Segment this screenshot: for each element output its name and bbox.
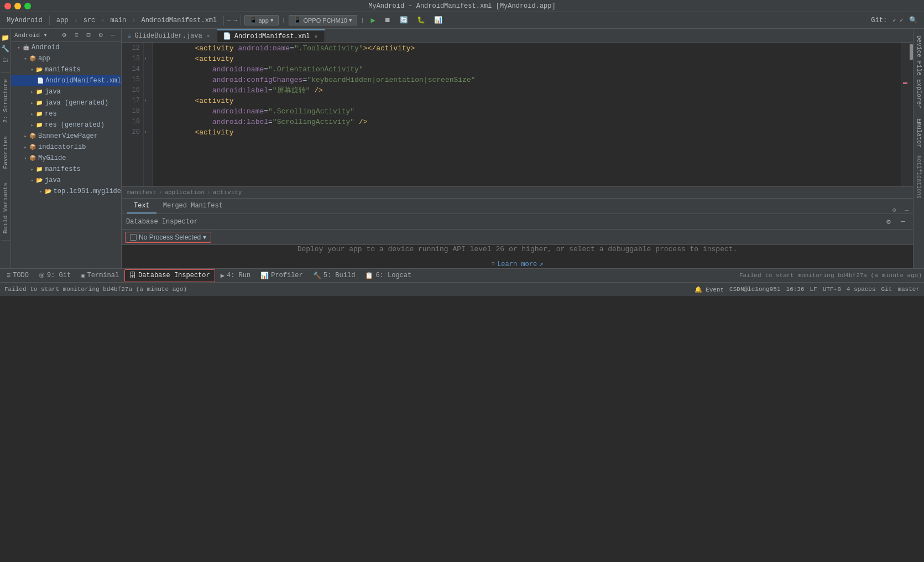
manifest-settings-icon[interactable]: ⚙	[888, 206, 901, 214]
nav-forward-icon[interactable]: →	[233, 17, 237, 24]
sync-button[interactable]: 🔄	[396, 15, 411, 25]
expand-java-gen-arrow[interactable]: ▸	[29, 100, 35, 106]
search-button[interactable]: 🔍	[906, 15, 921, 25]
tree-androidmanifest[interactable]: 📄 AndroidManifest.xml	[11, 75, 121, 86]
favorites-tab[interactable]: Favorites	[1, 129, 10, 175]
tree-indicatorlib[interactable]: ▸ 📦 indicatorlib	[11, 142, 121, 153]
tab-build[interactable]: 🔨 5: Build	[309, 269, 360, 282]
project-icon[interactable]: 📁	[1, 33, 10, 42]
db-minimize-btn[interactable]: —	[897, 216, 909, 227]
expand-mg-java-arrow[interactable]: ▾	[29, 177, 35, 184]
tree-myglide-java[interactable]: ▾ 📂 java	[11, 175, 121, 186]
vertical-scrollbar[interactable]	[909, 43, 913, 186]
code-content[interactable]: <activity android:name=".ToolsActivity">…	[153, 43, 901, 186]
panel-gear-btn[interactable]: ⚙	[96, 30, 106, 40]
tab-terminal[interactable]: ▣ Terminal	[76, 269, 123, 282]
no-process-button[interactable]: No Process Selected ▾	[125, 232, 211, 243]
line-col[interactable]: 16:36	[786, 286, 805, 293]
learn-more-label[interactable]: Learn more	[497, 261, 537, 268]
minimize-button[interactable]	[14, 3, 21, 9]
bottom-tabs: ≡ TODO ⑨ 9: Git ▣ Terminal 🗄 Database In…	[0, 268, 924, 282]
expand-manifests-arrow[interactable]: ▾	[29, 66, 35, 73]
code-line-18: android:name=".ScrollingActivity"	[160, 106, 901, 117]
panel-minimize-btn[interactable]: —	[108, 30, 118, 40]
expand-res-gen-arrow[interactable]: ▸	[29, 122, 35, 128]
expand-java-arrow[interactable]: ▸	[29, 89, 35, 95]
glide-tab-close[interactable]: ✕	[206, 32, 211, 40]
tab-androidmanifest[interactable]: 📄 AndroidManifest.xml ✕	[217, 29, 325, 42]
expand-app-arrow[interactable]: ▾	[22, 55, 29, 62]
android-dropdown[interactable]: Android ▾	[14, 32, 47, 39]
manifest-minimize-icon[interactable]: —	[900, 207, 913, 214]
lf-label[interactable]: LF	[810, 286, 817, 293]
manifest-tab-close[interactable]: ✕	[314, 33, 319, 40]
window-controls[interactable]	[4, 3, 31, 9]
tab-todo[interactable]: ≡ TODO	[2, 269, 33, 282]
file-breadcrumb[interactable]: AndroidManifest.xml	[138, 15, 220, 25]
expand-mg-manifests-arrow[interactable]: ▸	[29, 166, 35, 173]
tab-profiler-label: Profiler	[271, 272, 303, 279]
bc-activity[interactable]: activity	[213, 189, 242, 196]
tree-myglide[interactable]: ▾ 📦 MyGlide	[11, 153, 121, 164]
project-label[interactable]: MyAndroid	[3, 15, 46, 25]
tree-app[interactable]: ▾ 📦 app	[11, 53, 121, 64]
run-button[interactable]: ▶	[368, 14, 379, 26]
right-tab-notifications[interactable]: Notifications	[915, 153, 923, 201]
bc-application[interactable]: application	[164, 189, 205, 196]
run-tab-icon: ▶	[221, 272, 225, 280]
event-label: 🔔 Event	[695, 286, 724, 293]
encoding-label[interactable]: UTF-8	[823, 286, 841, 293]
debug-button[interactable]: 🐛	[414, 15, 429, 25]
db-settings-btn[interactable]: ⚙	[883, 216, 894, 227]
right-tab-emulator[interactable]: Emulator	[915, 114, 923, 152]
structure-icon[interactable]: 🔧	[1, 44, 10, 53]
app-breadcrumb[interactable]: app	[53, 15, 72, 25]
src-breadcrumb[interactable]: src	[80, 15, 99, 25]
code-analysis-sidebar	[901, 43, 909, 186]
structure-tab[interactable]: 2: Structure	[1, 72, 10, 129]
device-btn[interactable]: 📱 OPPO PCHM10 ▾	[289, 15, 357, 25]
expand-pkg-arrow[interactable]: ▾	[38, 188, 44, 195]
tree-manifests[interactable]: ▾ 📂 manifests	[11, 64, 121, 75]
tree-myglide-java-label: java	[45, 176, 61, 184]
expand-android-arrow[interactable]: ▾	[15, 44, 22, 51]
tree-java-generated[interactable]: ▸ 📁 java (generated)	[11, 97, 121, 108]
right-tab-device-file[interactable]: Device File Explorer	[915, 31, 923, 113]
expand-res-arrow[interactable]: ▸	[29, 111, 35, 117]
bc-sep2: ›	[207, 189, 211, 196]
tab-text[interactable]: Text	[127, 199, 156, 214]
expand-banner-arrow[interactable]: ▸	[22, 133, 29, 139]
tree-res-generated[interactable]: ▸ 📁 res (generated)	[11, 119, 121, 131]
bc-manifest[interactable]: manifest	[127, 189, 156, 196]
nav-back-icon[interactable]: ←	[227, 17, 231, 24]
app-config-btn[interactable]: 📱 app ▾	[244, 15, 279, 25]
spaces-label[interactable]: 4 spaces	[847, 286, 876, 293]
build-variants-tab[interactable]: Build Variants	[1, 176, 10, 241]
tree-myglide-manifests[interactable]: ▸ 📁 manifests	[11, 164, 121, 175]
tree-myglide-package[interactable]: ▾ 📂 top.lc951.myglide	[11, 186, 121, 197]
panel-sync-btn[interactable]: ⚙	[59, 30, 69, 40]
maximize-button[interactable]	[24, 3, 31, 9]
stop-button[interactable]: ⏹	[381, 15, 394, 25]
tab-profiler[interactable]: 📊 Profiler	[256, 269, 307, 282]
panel-filter-btn[interactable]: ≡	[71, 30, 81, 40]
tree-res[interactable]: ▸ 📁 res	[11, 108, 121, 119]
profile-button[interactable]: 📊	[431, 15, 446, 25]
tab-merged-manifest[interactable]: Merged Manifest	[156, 199, 229, 214]
tab-glidebuilder[interactable]: ☕ GlideBuilder.java ✕	[122, 29, 217, 42]
learn-more-link[interactable]: ? Learn more ↗	[492, 260, 544, 268]
resource-manager-icon[interactable]: 🗂	[1, 55, 10, 64]
tab-db-inspector[interactable]: 🗄 Database Inspector	[124, 269, 215, 282]
tree-bannerview[interactable]: ▸ 📦 BannerViewPager	[11, 131, 121, 142]
main-breadcrumb[interactable]: main	[107, 15, 129, 25]
expand-indicator-arrow[interactable]: ▸	[22, 144, 29, 150]
tree-android-root[interactable]: ▾ 🤖 Android	[11, 42, 121, 53]
tab-logcat[interactable]: 📋 6: Logcat	[361, 269, 416, 282]
expand-myglide-arrow[interactable]: ▾	[22, 155, 29, 162]
panel-expand-btn[interactable]: ⊟	[83, 30, 93, 40]
tab-git[interactable]: ⑨ 9: Git	[34, 269, 75, 282]
tree-java[interactable]: ▸ 📁 java	[11, 86, 121, 97]
code-line-19: android:label="ScrollingActivity" />	[160, 117, 901, 127]
tab-run[interactable]: ▶ 4: Run	[216, 269, 255, 282]
close-button[interactable]	[4, 3, 11, 9]
